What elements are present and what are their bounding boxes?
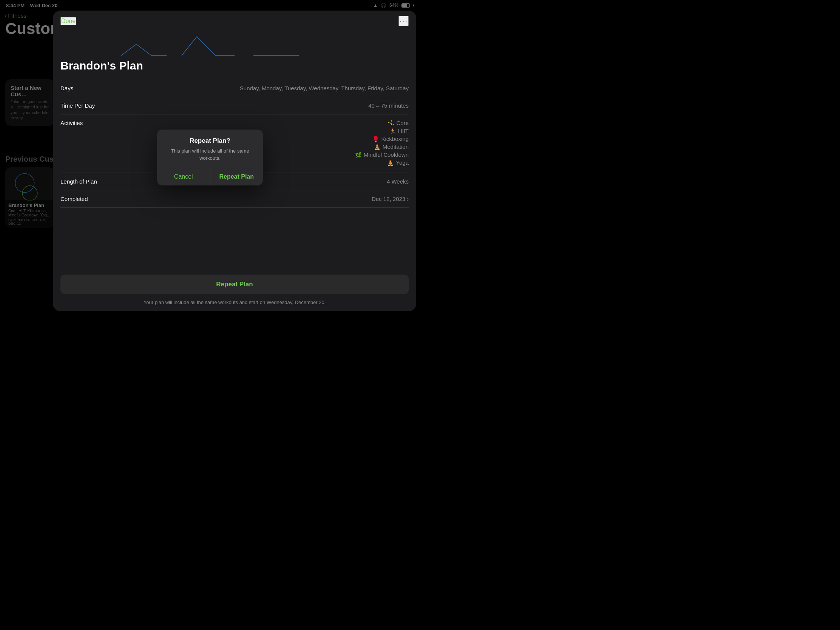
alert-content: Repeat Plan? This plan will include all … <box>157 129 263 167</box>
alert-dialog: Repeat Plan? This plan will include all … <box>157 129 263 185</box>
alert-title: Repeat Plan? <box>163 137 257 145</box>
alert-actions: Cancel Repeat Plan <box>157 168 263 185</box>
alert-confirm-button[interactable]: Repeat Plan <box>210 168 263 185</box>
alert-overlay: Repeat Plan? This plan will include all … <box>0 0 420 315</box>
alert-cancel-button[interactable]: Cancel <box>157 168 210 185</box>
alert-message: This plan will include all of the same w… <box>163 148 257 161</box>
